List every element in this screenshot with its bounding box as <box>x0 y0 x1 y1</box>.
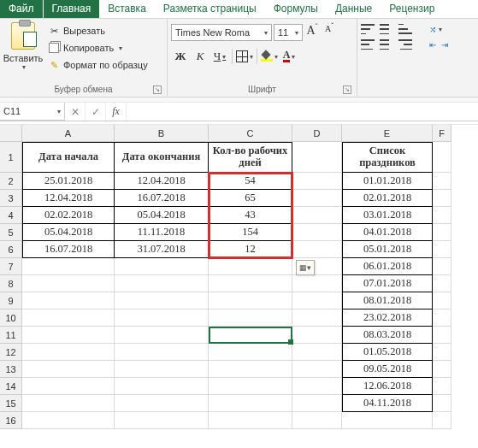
cell[interactable]: 04.11.2018 <box>342 395 433 412</box>
decrease-font-button[interactable]: Aˇ <box>322 24 337 41</box>
cell[interactable] <box>433 292 451 309</box>
row-header[interactable]: 3 <box>0 190 22 207</box>
row-header[interactable]: 9 <box>0 292 22 309</box>
cell[interactable] <box>115 327 209 344</box>
align-center-button[interactable] <box>380 39 393 50</box>
tab-review[interactable]: Рецензир <box>381 0 443 18</box>
cell[interactable]: 07.01.2018 <box>342 275 433 292</box>
cell[interactable]: 05.01.2018 <box>342 241 433 258</box>
tab-page-layout[interactable]: Разметка страницы <box>155 0 265 18</box>
select-all-corner[interactable] <box>0 125 22 142</box>
col-header[interactable]: D <box>292 125 342 142</box>
cell[interactable] <box>115 275 209 292</box>
cell[interactable] <box>209 292 292 309</box>
accept-formula-button[interactable]: ✓ <box>86 103 106 121</box>
cell[interactable] <box>22 258 115 275</box>
tab-data[interactable]: Данные <box>327 0 381 18</box>
cell[interactable]: 16.07.2018 <box>115 190 209 207</box>
format-painter-button[interactable]: ✎ Формат по образцу <box>46 58 150 72</box>
fill-color-button[interactable]: ▾ <box>260 48 279 65</box>
cell[interactable] <box>433 344 451 361</box>
cell[interactable]: 23.02.2018 <box>342 309 433 327</box>
cell[interactable] <box>433 224 451 241</box>
cell[interactable]: Кол-во рабочих дней <box>209 142 292 173</box>
cell[interactable] <box>22 361 115 378</box>
underline-button[interactable]: Ч▾ <box>210 48 229 65</box>
spreadsheet-grid[interactable]: 1 2 3 4 5 6 7 8 9 10 11 12 13 14 15 16 A… <box>0 125 478 429</box>
borders-button[interactable]: ▾ <box>235 48 254 65</box>
tab-file[interactable]: Файл <box>0 0 44 18</box>
font-size-select[interactable]: 11 ▾ <box>274 24 303 41</box>
cell[interactable] <box>342 412 433 429</box>
cell[interactable] <box>209 309 292 327</box>
cell[interactable] <box>433 190 451 207</box>
cell[interactable] <box>292 275 342 292</box>
align-left-button[interactable] <box>361 39 375 50</box>
increase-font-button[interactable]: Aˆ <box>304 24 320 41</box>
cell[interactable] <box>209 344 292 361</box>
cell[interactable] <box>115 395 209 412</box>
align-top-button[interactable] <box>361 24 375 34</box>
cell[interactable] <box>292 142 342 173</box>
cell[interactable] <box>209 258 292 275</box>
cell[interactable] <box>433 395 451 412</box>
col-header[interactable]: F <box>433 125 451 142</box>
cell[interactable]: 05.04.2018 <box>115 207 209 224</box>
cell[interactable]: 09.05.2018 <box>342 361 433 378</box>
cell[interactable] <box>433 309 451 327</box>
cell[interactable]: 12.04.2018 <box>22 190 115 207</box>
cell[interactable]: 05.04.2018 <box>22 224 115 241</box>
cell[interactable] <box>292 395 342 412</box>
cell[interactable] <box>115 292 209 309</box>
cell[interactable]: 12.06.2018 <box>342 378 433 395</box>
paste-options-button[interactable]: ▦▾ <box>296 260 315 275</box>
cell[interactable] <box>433 258 451 275</box>
cell[interactable] <box>292 207 342 224</box>
cell[interactable] <box>292 173 342 190</box>
cell[interactable]: 16.07.2018 <box>22 241 115 258</box>
cell[interactable]: 12.04.2018 <box>115 173 209 190</box>
col-header[interactable]: C <box>209 125 292 142</box>
cell[interactable] <box>115 309 209 327</box>
name-box[interactable]: C11 ▾ <box>0 103 65 121</box>
cell[interactable] <box>292 224 342 241</box>
cell[interactable] <box>115 258 209 275</box>
cell[interactable] <box>209 275 292 292</box>
font-color-button[interactable]: A▾ <box>280 48 298 65</box>
cut-button[interactable]: ✂ Вырезать <box>46 24 150 38</box>
cell[interactable] <box>22 378 115 395</box>
align-middle-button[interactable] <box>380 24 393 34</box>
cell[interactable]: 08.03.2018 <box>342 327 433 344</box>
row-header[interactable]: 15 <box>0 395 22 412</box>
cell[interactable] <box>209 327 292 344</box>
decrease-indent-button[interactable]: ⇤ <box>429 39 436 50</box>
cell[interactable]: Список праздников <box>342 142 433 173</box>
row-header[interactable]: 13 <box>0 361 22 378</box>
cell[interactable] <box>433 173 451 190</box>
row-header[interactable]: 4 <box>0 207 22 224</box>
cell[interactable] <box>433 207 451 224</box>
cell[interactable] <box>115 344 209 361</box>
cell[interactable] <box>292 412 342 429</box>
cell[interactable]: 25.01.2018 <box>22 173 115 190</box>
cell[interactable] <box>115 378 209 395</box>
cell[interactable]: 65 <box>209 190 292 207</box>
cell[interactable]: 02.01.2018 <box>342 190 433 207</box>
row-header[interactable]: 16 <box>0 412 22 429</box>
cell[interactable] <box>433 378 451 395</box>
bold-button[interactable]: Ж <box>171 48 190 65</box>
cell[interactable]: 31.07.2018 <box>115 241 209 258</box>
cell[interactable] <box>292 292 342 309</box>
tab-insert[interactable]: Вставка <box>99 0 155 18</box>
cell[interactable] <box>22 327 115 344</box>
cell[interactable] <box>209 378 292 395</box>
row-header[interactable]: 8 <box>0 275 22 292</box>
cell[interactable] <box>209 412 292 429</box>
row-header[interactable]: 6 <box>0 241 22 258</box>
cell[interactable]: 04.01.2018 <box>342 224 433 241</box>
row-header[interactable]: 2 <box>0 173 22 190</box>
cell[interactable] <box>433 142 451 173</box>
cell[interactable]: 54 <box>209 173 292 190</box>
cell[interactable] <box>22 412 115 429</box>
cell[interactable] <box>292 344 342 361</box>
